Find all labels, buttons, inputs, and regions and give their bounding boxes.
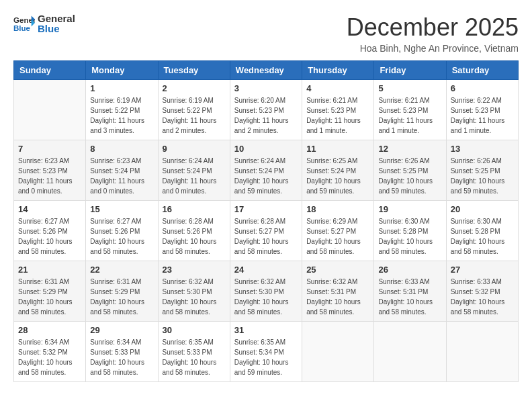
day-info: Sunrise: 6:33 AMSunset: 5:32 PMDaylight:…: [451, 277, 514, 317]
calendar-cell: 8Sunrise: 6:23 AMSunset: 5:24 PMDaylight…: [86, 140, 158, 201]
day-info: Sunrise: 6:32 AMSunset: 5:30 PMDaylight:…: [234, 277, 298, 317]
day-number: 17: [234, 204, 298, 214]
day-info: Sunrise: 6:19 AMSunset: 5:22 PMDaylight:…: [163, 95, 226, 136]
calendar-cell: 17Sunrise: 6:28 AMSunset: 5:27 PMDayligh…: [230, 201, 302, 261]
weekday-header-sunday: Sunday: [14, 61, 86, 80]
calendar-cell: 13Sunrise: 6:26 AMSunset: 5:25 PMDayligh…: [446, 140, 518, 201]
day-number: 1: [90, 83, 153, 93]
day-info: Sunrise: 6:23 AMSunset: 5:24 PMDaylight:…: [90, 156, 153, 196]
day-info: Sunrise: 6:26 AMSunset: 5:25 PMDaylight:…: [451, 156, 514, 196]
logo: General Blue General Blue: [13, 13, 75, 34]
day-info: Sunrise: 6:31 AMSunset: 5:29 PMDaylight:…: [90, 277, 153, 317]
day-info: Sunrise: 6:21 AMSunset: 5:23 PMDaylight:…: [306, 95, 369, 136]
logo-icon: General Blue: [13, 14, 35, 33]
location-title: Hoa Binh, Nghe An Province, Vietnam: [347, 43, 519, 54]
day-number: 11: [306, 144, 369, 154]
calendar-cell: 21Sunrise: 6:31 AMSunset: 5:29 PMDayligh…: [14, 261, 86, 322]
day-number: 29: [90, 325, 153, 335]
day-number: 3: [234, 83, 298, 93]
day-number: 26: [378, 265, 441, 275]
calendar-week-4: 21Sunrise: 6:31 AMSunset: 5:29 PMDayligh…: [14, 261, 519, 322]
day-number: 6: [451, 83, 514, 93]
day-info: Sunrise: 6:34 AMSunset: 5:32 PMDaylight:…: [18, 337, 81, 377]
weekday-header-monday: Monday: [86, 61, 158, 80]
weekday-header-wednesday: Wednesday: [230, 61, 302, 80]
day-number: 12: [378, 144, 441, 154]
calendar-cell: 7Sunrise: 6:23 AMSunset: 5:23 PMDaylight…: [14, 140, 86, 201]
calendar-cell: 20Sunrise: 6:30 AMSunset: 5:28 PMDayligh…: [446, 201, 518, 261]
calendar-week-2: 7Sunrise: 6:23 AMSunset: 5:23 PMDaylight…: [14, 140, 519, 201]
title-section: December 2025 Hoa Binh, Nghe An Province…: [347, 13, 519, 54]
calendar-cell: [374, 322, 446, 382]
day-number: 2: [163, 83, 226, 93]
calendar-cell: 29Sunrise: 6:34 AMSunset: 5:33 PMDayligh…: [86, 322, 158, 382]
weekday-header-friday: Friday: [374, 61, 446, 80]
calendar-cell: 24Sunrise: 6:32 AMSunset: 5:30 PMDayligh…: [230, 261, 302, 322]
day-info: Sunrise: 6:19 AMSunset: 5:22 PMDaylight:…: [90, 95, 153, 136]
day-info: Sunrise: 6:32 AMSunset: 5:30 PMDaylight:…: [163, 277, 226, 317]
month-title: December 2025: [347, 13, 519, 42]
day-number: 31: [234, 325, 298, 335]
day-info: Sunrise: 6:27 AMSunset: 5:26 PMDaylight:…: [90, 216, 153, 257]
weekday-header-saturday: Saturday: [446, 61, 518, 80]
day-info: Sunrise: 6:27 AMSunset: 5:26 PMDaylight:…: [18, 216, 81, 257]
calendar-table: SundayMondayTuesdayWednesdayThursdayFrid…: [13, 60, 519, 382]
day-info: Sunrise: 6:26 AMSunset: 5:25 PMDaylight:…: [378, 156, 441, 196]
calendar-cell: 16Sunrise: 6:28 AMSunset: 5:26 PMDayligh…: [158, 201, 230, 261]
day-info: Sunrise: 6:35 AMSunset: 5:33 PMDaylight:…: [163, 337, 226, 377]
calendar-cell: 25Sunrise: 6:32 AMSunset: 5:31 PMDayligh…: [302, 261, 374, 322]
svg-text:Blue: Blue: [13, 24, 31, 32]
day-number: 9: [163, 144, 226, 154]
day-number: 19: [378, 204, 441, 214]
calendar-cell: 1Sunrise: 6:19 AMSunset: 5:22 PMDaylight…: [86, 80, 158, 140]
day-info: Sunrise: 6:30 AMSunset: 5:28 PMDaylight:…: [451, 216, 514, 257]
day-number: 4: [306, 83, 369, 93]
day-info: Sunrise: 6:35 AMSunset: 5:34 PMDaylight:…: [234, 337, 298, 377]
calendar-cell: 28Sunrise: 6:34 AMSunset: 5:32 PMDayligh…: [14, 322, 86, 382]
page-header: General Blue General Blue December 2025 …: [13, 13, 519, 54]
day-info: Sunrise: 6:25 AMSunset: 5:24 PMDaylight:…: [306, 156, 369, 196]
calendar-cell: 27Sunrise: 6:33 AMSunset: 5:32 PMDayligh…: [446, 261, 518, 322]
calendar-week-3: 14Sunrise: 6:27 AMSunset: 5:26 PMDayligh…: [14, 201, 519, 261]
calendar-cell: 11Sunrise: 6:25 AMSunset: 5:24 PMDayligh…: [302, 140, 374, 201]
calendar-cell: 30Sunrise: 6:35 AMSunset: 5:33 PMDayligh…: [158, 322, 230, 382]
calendar-cell: [446, 322, 518, 382]
day-number: 25: [306, 265, 369, 275]
calendar-cell: 2Sunrise: 6:19 AMSunset: 5:22 PMDaylight…: [158, 80, 230, 140]
calendar-cell: 6Sunrise: 6:22 AMSunset: 5:23 PMDaylight…: [446, 80, 518, 140]
day-info: Sunrise: 6:33 AMSunset: 5:31 PMDaylight:…: [378, 277, 441, 317]
day-number: 8: [90, 144, 153, 154]
calendar-header-row: SundayMondayTuesdayWednesdayThursdayFrid…: [14, 61, 519, 80]
calendar-cell: 3Sunrise: 6:20 AMSunset: 5:23 PMDaylight…: [230, 80, 302, 140]
calendar-cell: 22Sunrise: 6:31 AMSunset: 5:29 PMDayligh…: [86, 261, 158, 322]
day-number: 18: [306, 204, 369, 214]
day-info: Sunrise: 6:30 AMSunset: 5:28 PMDaylight:…: [378, 216, 441, 257]
calendar-cell: [302, 322, 374, 382]
calendar-cell: [14, 80, 86, 140]
calendar-week-5: 28Sunrise: 6:34 AMSunset: 5:32 PMDayligh…: [14, 322, 519, 382]
calendar-cell: 14Sunrise: 6:27 AMSunset: 5:26 PMDayligh…: [14, 201, 86, 261]
day-number: 24: [234, 265, 298, 275]
day-number: 13: [451, 144, 514, 154]
calendar-cell: 31Sunrise: 6:35 AMSunset: 5:34 PMDayligh…: [230, 322, 302, 382]
logo-blue-text: Blue: [38, 24, 75, 34]
calendar-cell: 4Sunrise: 6:21 AMSunset: 5:23 PMDaylight…: [302, 80, 374, 140]
calendar-cell: 15Sunrise: 6:27 AMSunset: 5:26 PMDayligh…: [86, 201, 158, 261]
day-number: 14: [18, 204, 81, 214]
calendar-week-1: 1Sunrise: 6:19 AMSunset: 5:22 PMDaylight…: [14, 80, 519, 140]
weekday-header-thursday: Thursday: [302, 61, 374, 80]
day-number: 16: [163, 204, 226, 214]
day-number: 10: [234, 144, 298, 154]
weekday-header-tuesday: Tuesday: [158, 61, 230, 80]
day-number: 21: [18, 265, 81, 275]
day-number: 5: [378, 83, 441, 93]
day-number: 15: [90, 204, 153, 214]
day-info: Sunrise: 6:24 AMSunset: 5:24 PMDaylight:…: [163, 156, 226, 196]
day-info: Sunrise: 6:22 AMSunset: 5:23 PMDaylight:…: [451, 95, 514, 136]
day-number: 28: [18, 325, 81, 335]
calendar-cell: 10Sunrise: 6:24 AMSunset: 5:24 PMDayligh…: [230, 140, 302, 201]
day-number: 23: [163, 265, 226, 275]
day-info: Sunrise: 6:24 AMSunset: 5:24 PMDaylight:…: [234, 156, 298, 196]
calendar-cell: 9Sunrise: 6:24 AMSunset: 5:24 PMDaylight…: [158, 140, 230, 201]
day-number: 7: [18, 144, 81, 154]
